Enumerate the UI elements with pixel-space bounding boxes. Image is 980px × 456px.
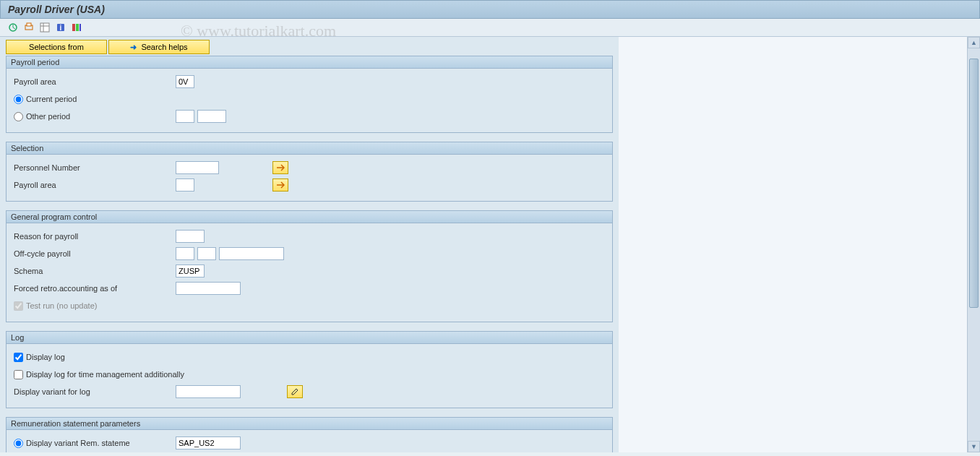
title-bar: Payroll Driver (USA)	[0, 0, 980, 19]
radio-label: Display variant Rem. stateme	[26, 439, 130, 447]
payroll-area-input[interactable]	[176, 75, 194, 88]
selections-from-button[interactable]: Selections from	[6, 40, 107, 54]
group-title: Remuneration statement parameters	[7, 418, 612, 430]
group-title: Payroll period	[7, 56, 612, 69]
group-log: Log Display log Display log for time man…	[6, 331, 613, 408]
group-payroll-period: Payroll period Payroll area Current peri…	[6, 56, 613, 133]
personnel-number-input[interactable]	[176, 161, 219, 174]
other-period-val1[interactable]	[176, 110, 194, 123]
svg-rect-5	[40, 23, 49, 32]
print-icon[interactable]	[23, 22, 35, 33]
current-period-radio[interactable]: Current period	[14, 95, 77, 104]
search-helps-button[interactable]: ➜ Search helps	[108, 40, 210, 54]
scroll-up-icon[interactable]: ▲	[968, 37, 980, 48]
offcycle-input-2[interactable]	[197, 247, 216, 260]
group-remuneration: Remuneration statement parameters Displa…	[6, 417, 613, 452]
payroll-area-sel-label: Payroll area	[14, 181, 173, 189]
schema-label: Schema	[14, 267, 173, 275]
radio-label: Other period	[26, 112, 70, 121]
reason-label: Reason for payroll	[14, 232, 173, 241]
group-title: Log	[7, 332, 612, 344]
execute-icon[interactable]	[7, 22, 19, 33]
spreadsheet-icon[interactable]	[39, 22, 51, 33]
svg-rect-4	[27, 23, 31, 26]
display-variant-input[interactable]	[176, 385, 241, 398]
button-row: Selections from ➜ Search helps	[0, 37, 619, 54]
display-log-checkbox[interactable]: Display log	[14, 353, 65, 362]
svg-rect-11	[76, 24, 79, 31]
info-icon[interactable]: i	[55, 22, 66, 33]
schema-input[interactable]	[176, 264, 205, 278]
group-title: Selection	[7, 142, 612, 155]
radio-label: Current period	[26, 95, 77, 103]
button-label: Search helps	[141, 43, 187, 51]
checkbox-label: Display log for time management addition…	[26, 370, 184, 379]
display-variant-rem-input[interactable]	[176, 436, 241, 449]
layout-icon[interactable]	[71, 22, 82, 33]
other-period-radio[interactable]: Other period	[14, 112, 173, 121]
scrollbar[interactable]: ▲ ▼	[967, 37, 980, 452]
display-variant-rem-radio[interactable]: Display variant Rem. stateme	[14, 439, 173, 448]
group-title: General program control	[7, 211, 612, 223]
svg-text:i: i	[60, 24, 62, 32]
personnel-number-label: Personnel Number	[14, 163, 173, 172]
offcycle-input-3[interactable]	[219, 247, 284, 260]
main-panel: Selections from ➜ Search helps Payroll p…	[0, 37, 619, 452]
svg-line-2	[13, 27, 15, 29]
payroll-area-label: Payroll area	[14, 77, 173, 86]
forced-retro-input[interactable]	[176, 282, 241, 295]
other-period-val2[interactable]	[197, 110, 226, 123]
arrow-right-icon: ➜	[130, 43, 137, 52]
forced-retro-label: Forced retro.accounting as of	[14, 284, 173, 293]
group-general-program-control: General program control Reason for payro…	[6, 210, 613, 322]
page-title: Payroll Driver (USA)	[8, 4, 105, 15]
button-label: Selections from	[29, 43, 84, 51]
group-selection: Selection Personnel Number Payroll area	[6, 142, 613, 202]
display-variant-label: Display variant for log	[14, 387, 173, 396]
payroll-area-sel-input[interactable]	[176, 178, 194, 192]
test-run-checkbox: Test run (no update)	[14, 301, 97, 311]
scroll-thumb[interactable]	[969, 59, 979, 308]
scroll-down-icon[interactable]: ▼	[968, 441, 980, 452]
svg-rect-10	[72, 24, 75, 31]
offcycle-input-1[interactable]	[176, 247, 194, 260]
edit-variant-button[interactable]	[287, 385, 303, 398]
toolbar: i	[0, 19, 980, 37]
multi-select-button[interactable]	[272, 178, 288, 192]
offcycle-label: Off-cycle payroll	[14, 249, 173, 258]
checkbox-label: Test run (no update)	[26, 301, 97, 310]
svg-rect-12	[79, 24, 81, 31]
checkbox-label: Display log	[26, 353, 65, 361]
reason-input[interactable]	[176, 230, 205, 243]
multi-select-button[interactable]	[272, 161, 288, 174]
display-log-time-checkbox[interactable]: Display log for time management addition…	[14, 370, 184, 379]
side-blank: ▲ ▼	[619, 37, 980, 452]
